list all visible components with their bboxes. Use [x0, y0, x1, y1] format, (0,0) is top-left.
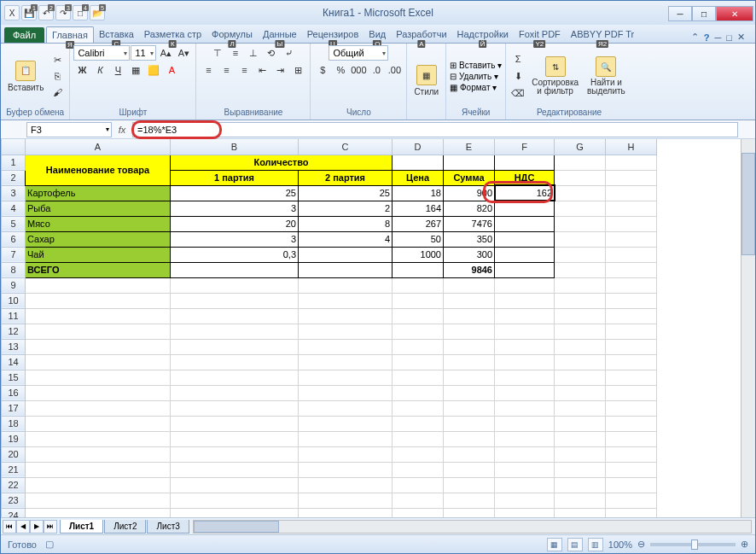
cell-empty[interactable]: [393, 339, 444, 354]
qat-redo[interactable]: ↷3: [55, 5, 71, 20]
cell-empty[interactable]: [495, 446, 555, 462]
qat-excel-icon[interactable]: X: [4, 5, 20, 20]
row-header-21[interactable]: 21: [2, 462, 26, 477]
cell-empty[interactable]: [299, 324, 393, 339]
zoom-level[interactable]: 100%: [608, 539, 632, 550]
cell-empty[interactable]: [606, 277, 657, 293]
cell-empty[interactable]: [444, 493, 495, 508]
cell-empty[interactable]: [393, 446, 444, 462]
cell-empty[interactable]: [444, 446, 495, 462]
cell-empty[interactable]: [555, 308, 606, 324]
file-tab[interactable]: Файл: [4, 27, 44, 43]
cell-empty[interactable]: [555, 493, 606, 508]
cell-empty[interactable]: [26, 431, 171, 446]
cell-empty[interactable]: [171, 493, 299, 508]
cell-empty[interactable]: [393, 508, 444, 517]
cell-empty[interactable]: [299, 416, 393, 431]
cell-total-sum[interactable]: 9846: [444, 262, 495, 277]
row-header-22[interactable]: 22: [2, 477, 26, 493]
cell-empty[interactable]: [171, 400, 299, 416]
tab-разметка стр[interactable]: Разметка стрК: [139, 26, 206, 43]
tab-главная[interactable]: ГлавнаяЯ: [46, 26, 94, 43]
cell-empty[interactable]: [393, 493, 444, 508]
help-icon[interactable]: ?: [704, 32, 710, 43]
cell-empty[interactable]: [26, 324, 171, 339]
cell-empty[interactable]: [495, 370, 555, 385]
cell-empty[interactable]: [555, 431, 606, 446]
align-right-icon[interactable]: ≡: [236, 62, 253, 78]
cell-empty[interactable]: [444, 339, 495, 354]
vscroll-thumb[interactable]: [741, 153, 755, 255]
cell-empty[interactable]: [555, 277, 606, 293]
header-qty[interactable]: Количество: [171, 155, 393, 170]
delete-cells-button[interactable]: ⊟ Удалить ▾: [450, 72, 502, 81]
cell-empty[interactable]: [606, 416, 657, 431]
cell-empty[interactable]: [606, 462, 657, 477]
cell-empty[interactable]: [26, 400, 171, 416]
cell-empty[interactable]: [393, 400, 444, 416]
cell-empty[interactable]: [444, 508, 495, 517]
sheet-tab-Лист1[interactable]: Лист1: [60, 520, 103, 534]
minimize-button[interactable]: ─: [668, 6, 692, 21]
fx-button[interactable]: fx: [113, 125, 131, 135]
col-header-H[interactable]: H: [606, 139, 657, 155]
row-header-7[interactable]: 7: [2, 247, 26, 262]
tab-формулы[interactable]: ФормулыЛ: [206, 26, 258, 43]
cell-empty[interactable]: [495, 308, 555, 324]
cell-empty[interactable]: [393, 385, 444, 400]
cell-empty[interactable]: [444, 477, 495, 493]
cell-empty[interactable]: [606, 400, 657, 416]
cell-empty[interactable]: [171, 354, 299, 370]
qat-open[interactable]: 📂5: [90, 5, 105, 20]
comma-icon[interactable]: 000: [350, 62, 367, 78]
cell-empty[interactable]: [299, 477, 393, 493]
cell-empty[interactable]: [299, 446, 393, 462]
ribbon-close-icon[interactable]: ✕: [737, 32, 745, 43]
sort-filter-button[interactable]: ⇅ Сортировка и фильтр: [528, 55, 582, 97]
cell-empty[interactable]: [555, 293, 606, 308]
cell-empty[interactable]: [555, 385, 606, 400]
cell-empty[interactable]: [444, 277, 495, 293]
col-header-B[interactable]: B: [171, 139, 299, 155]
header-sum[interactable]: Сумма: [444, 170, 495, 185]
row-header-2[interactable]: 2: [2, 170, 26, 185]
row-header-14[interactable]: 14: [2, 354, 26, 370]
currency-icon[interactable]: $: [314, 62, 331, 78]
cell-empty[interactable]: [299, 370, 393, 385]
decrease-decimal-icon[interactable]: .00: [386, 62, 403, 78]
cell-empty[interactable]: [393, 416, 444, 431]
italic-button[interactable]: К: [91, 62, 108, 78]
col-header-D[interactable]: D: [393, 139, 444, 155]
cell-empty[interactable]: [495, 508, 555, 517]
cell-empty[interactable]: [26, 462, 171, 477]
header-p2[interactable]: 2 партия: [299, 170, 393, 185]
cell-empty[interactable]: [555, 370, 606, 385]
cell-empty[interactable]: [26, 293, 171, 308]
tab-вставка[interactable]: ВставкаС: [94, 26, 139, 43]
cell-empty[interactable]: [444, 431, 495, 446]
cell-empty[interactable]: [495, 277, 555, 293]
cell-empty[interactable]: [299, 400, 393, 416]
cell-empty[interactable]: [555, 416, 606, 431]
tab-рецензиров[interactable]: РецензировЦ: [302, 26, 364, 43]
cell-empty[interactable]: [495, 431, 555, 446]
increase-decimal-icon[interactable]: .0: [368, 62, 385, 78]
cell-empty[interactable]: [555, 462, 606, 477]
cell-empty[interactable]: [444, 370, 495, 385]
sheet-tab-Лист2[interactable]: Лист2: [104, 520, 146, 534]
decrease-indent-icon[interactable]: ⇤: [253, 62, 270, 78]
cell-empty[interactable]: [393, 308, 444, 324]
cell-empty[interactable]: [495, 477, 555, 493]
cell-F7[interactable]: [495, 247, 555, 262]
cell-empty[interactable]: [299, 462, 393, 477]
cell-empty[interactable]: [26, 446, 171, 462]
cell-empty[interactable]: [171, 308, 299, 324]
minimize-ribbon-icon[interactable]: ⌃: [691, 32, 699, 43]
clear-icon[interactable]: ⌫: [509, 85, 526, 101]
cell-empty[interactable]: [444, 293, 495, 308]
number-format-combo[interactable]: Общий: [329, 45, 388, 61]
cell-name-5[interactable]: Мясо: [26, 216, 171, 231]
sheet-nav-last[interactable]: ⏭: [44, 520, 57, 534]
zoom-in-button[interactable]: ⊕: [741, 539, 748, 550]
cell-empty[interactable]: [495, 493, 555, 508]
